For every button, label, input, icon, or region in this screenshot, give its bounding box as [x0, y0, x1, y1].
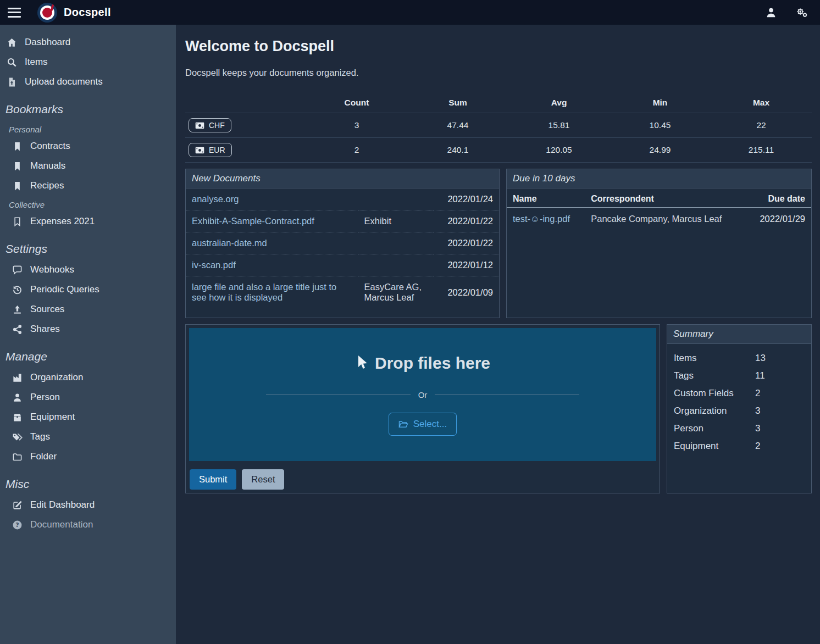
summary-value: 2: [755, 441, 760, 452]
stats-col-count: Count: [306, 93, 407, 113]
sidebar-item-folder[interactable]: Folder: [0, 447, 176, 467]
sidebar-item-label: Folder: [30, 451, 57, 462]
sidebar-item-person[interactable]: Person: [0, 387, 176, 407]
section-bookmarks: Bookmarks: [0, 92, 176, 120]
sidebar-item-periodic-queries[interactable]: Periodic Queries: [0, 280, 176, 299]
list-item: Custom Fields 2: [674, 385, 805, 402]
document-correspondent: Pancake Company, Marcus Leaf: [585, 208, 746, 231]
home-icon: [7, 37, 17, 48]
topbar: Docspell: [0, 0, 820, 25]
stats-col-min: Min: [610, 93, 711, 113]
bookmark-icon: [12, 141, 23, 152]
sidebar-item-edit-dashboard[interactable]: Edit Dashboard: [0, 495, 176, 515]
file-dropzone[interactable]: Drop files here Or Select...: [189, 328, 656, 461]
document-link[interactable]: australian-date.md: [186, 232, 358, 254]
drop-files-label: Drop files here: [355, 354, 490, 373]
document-link[interactable]: iv-scan.pdf: [186, 254, 358, 276]
stat-value: 3: [306, 113, 407, 138]
list-item: test-☺-ing.pdf Pancake Company, Marcus L…: [507, 208, 811, 231]
list-item: Organization 3: [674, 402, 805, 420]
list-item: australian-date.md 2022/01/22: [186, 232, 499, 254]
industry-icon: [12, 373, 23, 383]
panel-title: Summary: [667, 325, 811, 344]
sidebar-item-webhooks[interactable]: Webhooks: [0, 260, 176, 280]
summary-panel: Summary Items 13 Tags 11 Custom Fields 2…: [667, 324, 812, 493]
list-item: Items 13: [674, 349, 805, 367]
document-tag: Exhibit: [358, 210, 434, 232]
stats-col-avg: Avg: [508, 93, 610, 113]
question-circle-icon: ?: [12, 520, 23, 530]
reset-button[interactable]: Reset: [242, 469, 284, 490]
sidebar-item-dashboard[interactable]: Dasbhoard: [0, 32, 176, 52]
document-correspondent: EasyCare AG, Marcus Leaf: [358, 276, 434, 309]
sidebar-item-shares[interactable]: Shares: [0, 319, 176, 339]
sidebar-item-documentation[interactable]: ? Documentation: [0, 515, 176, 535]
list-item: Exhibit-A-Sample-Contract.pdf Exhibit 20…: [186, 210, 499, 232]
due-col-name: Name: [507, 190, 585, 208]
list-item: Tags 11: [674, 367, 805, 385]
main-content: Welcome to Docspell Docspell keeps your …: [176, 25, 820, 644]
summary-label: Person: [674, 423, 755, 434]
stat-value: 215.11: [711, 138, 812, 163]
document-link[interactable]: large file and also a large title just t…: [186, 276, 358, 309]
currency-badge-chf: CHF: [189, 118, 231, 132]
document-link[interactable]: analyse.org: [186, 188, 358, 210]
sidebar: Dasbhoard Items Upload documents Bookmar…: [0, 25, 176, 644]
sidebar-item-label: Documentation: [30, 519, 93, 530]
sidebar-item-upload-documents[interactable]: Upload documents: [0, 72, 176, 92]
docspell-logo-icon[interactable]: [37, 3, 57, 23]
menu-icon[interactable]: [8, 8, 21, 18]
stat-value: 240.1: [407, 138, 508, 163]
section-misc: Misc: [0, 467, 176, 495]
sidebar-item-label: Contracts: [30, 141, 70, 152]
mouse-pointer-icon: [355, 355, 368, 371]
panel-title: New Documents: [186, 169, 499, 188]
stat-value: 24.99: [610, 138, 711, 163]
person-icon: [12, 392, 23, 403]
summary-label: Items: [674, 353, 755, 364]
summary-label: Organization: [674, 406, 755, 417]
history-icon: [12, 285, 23, 295]
edit-icon: [12, 500, 23, 510]
stat-value: 15.81: [508, 113, 610, 138]
sidebar-item-label: Dasbhoard: [25, 37, 70, 48]
sidebar-item-equipment[interactable]: Equipment: [0, 407, 176, 427]
document-tag: [358, 254, 434, 276]
sidebar-item-recipes[interactable]: Recipes: [0, 176, 176, 196]
sidebar-item-sources[interactable]: Sources: [0, 299, 176, 319]
sidebar-item-tags[interactable]: Tags: [0, 427, 176, 447]
money-bill-icon: [195, 122, 204, 129]
sidebar-item-label: Webhooks: [30, 264, 74, 275]
document-date: 2022/01/12: [433, 254, 499, 276]
summary-label: Custom Fields: [674, 388, 755, 399]
sidebar-item-organization[interactable]: Organization: [0, 368, 176, 387]
summary-label: Tags: [674, 370, 755, 381]
summary-value: 13: [755, 353, 766, 364]
gears-icon[interactable]: [796, 7, 808, 19]
select-files-button[interactable]: Select...: [389, 413, 457, 436]
page-title: Welcome to Docspell: [185, 38, 812, 55]
document-date: 2022/01/22: [433, 232, 499, 254]
document-link[interactable]: Exhibit-A-Sample-Contract.pdf: [186, 210, 358, 232]
document-date: 2022/01/09: [433, 276, 499, 309]
document-link[interactable]: test-☺-ing.pdf: [507, 208, 585, 231]
submit-button[interactable]: Submit: [190, 469, 236, 490]
app-title: Docspell: [64, 6, 111, 19]
svg-text:?: ?: [15, 521, 19, 529]
group-personal: Personal: [0, 120, 176, 136]
sidebar-item-label: Person: [30, 392, 60, 403]
user-icon[interactable]: [765, 7, 777, 19]
sidebar-item-contracts[interactable]: Contracts: [0, 136, 176, 156]
document-date: 2022/01/22: [433, 210, 499, 232]
sidebar-item-expenses-2021[interactable]: Expenses 2021: [0, 212, 176, 231]
file-upload-icon: [7, 77, 17, 87]
stat-value: 22: [711, 113, 812, 138]
comment-icon: [12, 265, 23, 275]
sidebar-item-items[interactable]: Items: [0, 52, 176, 72]
list-item: large file and also a large title just t…: [186, 276, 499, 309]
sidebar-item-label: Equipment: [30, 412, 75, 423]
sidebar-item-label: Manuals: [30, 160, 65, 171]
list-item: Equipment 2: [674, 437, 805, 455]
bookmark-icon: [12, 181, 23, 191]
sidebar-item-manuals[interactable]: Manuals: [0, 156, 176, 176]
